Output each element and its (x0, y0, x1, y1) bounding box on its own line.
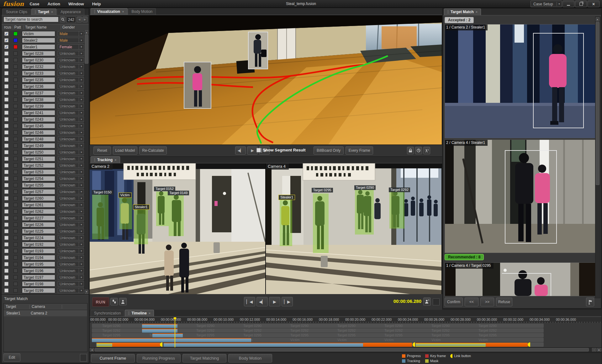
scroll-right-icon[interactable]: ▶ (597, 348, 601, 351)
flag-button[interactable] (586, 298, 594, 306)
target-name-field[interactable] (22, 143, 55, 148)
target-name-field[interactable] (22, 110, 55, 115)
row-checkbox[interactable] (4, 170, 8, 174)
color-swatch[interactable] (13, 163, 18, 167)
target-name-field[interactable] (22, 84, 55, 89)
row-checkbox[interactable] (4, 65, 8, 69)
target-name-field[interactable] (22, 215, 55, 221)
running-progress-button[interactable]: Running Progress (137, 354, 181, 362)
row-checkbox[interactable] (4, 288, 8, 293)
prev-result-button[interactable]: ◀ (77, 17, 82, 22)
tab-appearance[interactable]: Appearance (57, 8, 84, 15)
target-chip[interactable]: Target 0290 (354, 185, 376, 190)
lock-view-button[interactable] (407, 147, 414, 154)
color-swatch[interactable] (13, 288, 18, 293)
gender-dropdown[interactable]: Unknown ▼ (58, 275, 84, 280)
gender-dropdown[interactable]: Unknown ▼ (58, 123, 84, 129)
visualization-viewport[interactable] (90, 15, 442, 145)
scroll-left-icon[interactable]: ◀ (90, 348, 94, 351)
target-name-field[interactable] (22, 97, 55, 102)
gender-dropdown[interactable]: Male ▼ (58, 38, 84, 43)
row-checkbox[interactable] (4, 236, 8, 240)
close-icon[interactable]: × (51, 10, 53, 14)
gender-dropdown[interactable]: Unknown ▼ (58, 176, 84, 181)
color-swatch[interactable] (13, 130, 18, 135)
scroll-down-icon[interactable]: ▼ (85, 290, 88, 294)
gender-dropdown[interactable]: Unknown ▼ (58, 242, 84, 247)
prev-match-button[interactable]: << (465, 298, 478, 306)
target-name-field[interactable] (22, 150, 55, 155)
match-list-scrollbar[interactable]: ▲ (595, 17, 600, 298)
scroll-up-icon[interactable]: ▲ (85, 30, 88, 34)
search-button[interactable] (60, 17, 66, 22)
confirm-button[interactable]: Confirm (445, 298, 463, 306)
close-icon[interactable]: × (476, 10, 478, 14)
row-checkbox[interactable] (4, 111, 8, 115)
gender-dropdown[interactable]: Unknown ▼ (58, 261, 84, 267)
close-icon[interactable]: × (149, 311, 150, 315)
gender-dropdown[interactable]: Unknown ▼ (58, 150, 84, 155)
color-swatch[interactable] (13, 111, 18, 115)
menu-case[interactable]: Case (29, 2, 39, 6)
gender-dropdown[interactable]: Female ▼ (58, 44, 84, 50)
target-chip[interactable]: Target 0295 (312, 188, 333, 193)
target-chip[interactable]: Target 0150 (92, 190, 113, 195)
color-swatch[interactable] (13, 196, 18, 200)
scroll-box-icon[interactable]: □ (592, 348, 596, 351)
color-swatch[interactable] (13, 98, 18, 102)
color-swatch[interactable] (13, 45, 18, 49)
row-checkbox[interactable] (4, 91, 8, 95)
color-swatch[interactable] (13, 71, 18, 75)
current-frame-button[interactable]: Current Frame (91, 354, 135, 362)
row-checkbox[interactable] (4, 150, 8, 154)
color-swatch[interactable] (13, 262, 18, 266)
row-checkbox[interactable]: ✓ (4, 45, 8, 49)
restore-button[interactable] (575, 1, 587, 7)
row-checkbox[interactable] (4, 144, 8, 148)
target-name-field[interactable] (22, 242, 55, 247)
footsteps-tool-button[interactable] (110, 298, 118, 305)
menu-action[interactable]: Action (47, 2, 60, 6)
color-swatch[interactable] (13, 183, 18, 187)
target-name-field[interactable] (22, 103, 55, 109)
run-button[interactable]: RUN (92, 297, 109, 307)
link-button-marker[interactable] (528, 342, 530, 347)
target-chip[interactable]: Victim (119, 193, 132, 198)
color-swatch[interactable] (13, 78, 18, 82)
target-name-field[interactable] (22, 64, 55, 69)
gender-dropdown[interactable]: Unknown ▼ (58, 51, 84, 56)
next-result-button[interactable]: ▶ (82, 17, 87, 22)
tab-body-motion[interactable]: Body Motion (128, 8, 156, 15)
close-icon[interactable]: × (122, 10, 124, 13)
color-swatch[interactable] (13, 203, 18, 207)
color-swatch[interactable] (13, 236, 18, 240)
close-button[interactable]: × (588, 1, 599, 7)
gender-dropdown[interactable]: Unknown ▼ (58, 202, 84, 208)
target-name-field[interactable] (22, 196, 55, 201)
rotate-view-button[interactable] (415, 147, 422, 154)
gender-dropdown[interactable]: Unknown ▼ (58, 196, 84, 201)
color-swatch[interactable] (13, 91, 18, 95)
step-back-button[interactable]: ◀▏ (235, 146, 246, 155)
target-name-field[interactable] (22, 90, 55, 96)
color-swatch[interactable] (13, 65, 18, 69)
small-toggle-button[interactable] (80, 354, 87, 361)
timeline-sc rollbar[interactable]: ◀ □ ▶ (90, 347, 601, 352)
gender-dropdown[interactable]: Unknown ▼ (58, 57, 84, 63)
camera-view-button[interactable] (423, 147, 430, 154)
target-name-field[interactable] (22, 202, 55, 208)
row-checkbox[interactable] (4, 269, 8, 273)
timeline-track[interactable]: Target 0292Target 0292Target 0292Target … (90, 328, 601, 333)
target-name-field[interactable] (22, 209, 55, 214)
color-swatch[interactable] (13, 38, 18, 42)
target-name-field[interactable] (22, 182, 55, 188)
target-name-field[interactable] (22, 163, 55, 168)
target-name-field[interactable] (22, 268, 55, 273)
color-swatch[interactable] (13, 177, 18, 181)
match-card[interactable]: 1 / Camera 2 / Stealer1 (445, 24, 600, 138)
color-swatch[interactable] (13, 209, 18, 214)
row-checkbox[interactable] (4, 183, 8, 187)
timeline-track[interactable]: VictimVictimVictimVictimVictimVictimVict… (90, 338, 601, 342)
color-swatch[interactable] (13, 150, 18, 154)
row-checkbox[interactable] (4, 84, 8, 88)
